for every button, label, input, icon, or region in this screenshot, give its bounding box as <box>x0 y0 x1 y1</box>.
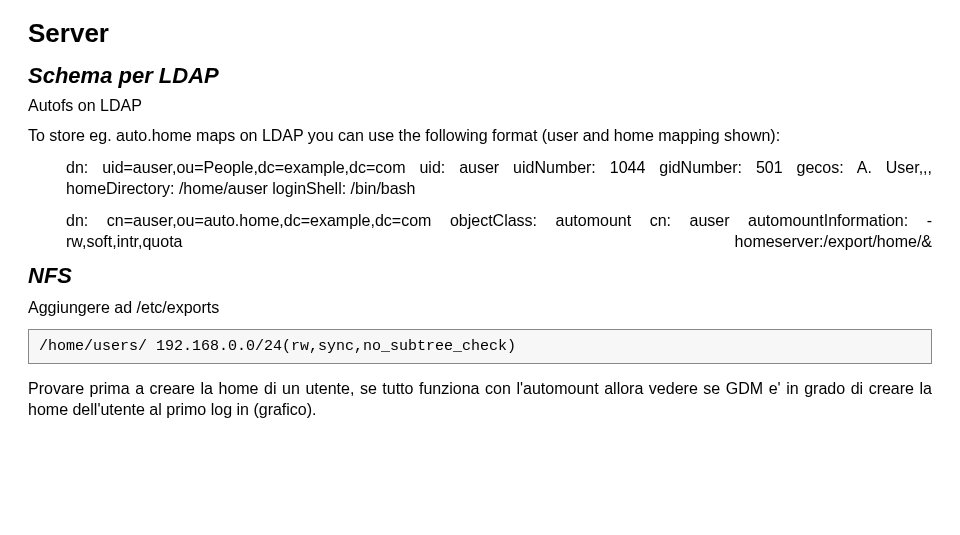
page-title: Server <box>28 18 932 49</box>
intro-paragraph: To store eg. auto.home maps on LDAP you … <box>28 125 932 147</box>
nfs-line: Aggiungere ad /etc/exports <box>28 297 932 319</box>
dn-block-1: dn: uid=auser,ou=People,dc=example,dc=co… <box>66 157 932 200</box>
subheading-autofs: Autofs on LDAP <box>28 97 932 115</box>
code-block-exports: /home/users/ 192.168.0.0/24(rw,sync,no_s… <box>28 329 932 364</box>
dn-block-2: dn: cn=auser,ou=auto.home,dc=example,dc=… <box>66 210 932 253</box>
closing-paragraph: Provare prima a creare la home di un ute… <box>28 378 932 421</box>
section-heading-nfs: NFS <box>28 263 932 289</box>
section-heading-ldap: Schema per LDAP <box>28 63 932 89</box>
